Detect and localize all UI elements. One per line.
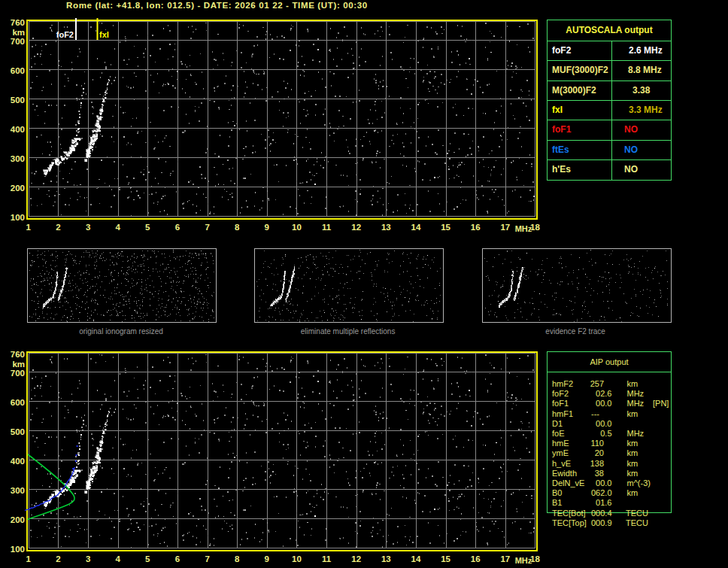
svg-text:13: 13 [381, 223, 391, 232]
svg-text:400: 400 [11, 125, 25, 134]
svg-text:600: 600 [11, 398, 25, 407]
svg-text:evidence F2 trace: evidence F2 trace [545, 327, 605, 336]
svg-text:8: 8 [235, 554, 240, 563]
svg-text:12: 12 [351, 554, 361, 563]
svg-text:original ionogram resized: original ionogram resized [79, 327, 163, 336]
svg-text:600: 600 [11, 66, 25, 75]
svg-text:11: 11 [322, 223, 332, 232]
svg-text:500: 500 [11, 96, 25, 105]
svg-text:200: 200 [11, 515, 25, 524]
svg-text:14: 14 [411, 554, 421, 563]
svg-text:12: 12 [351, 223, 361, 232]
svg-text:16: 16 [471, 223, 481, 232]
svg-text:10: 10 [292, 554, 302, 563]
svg-text:km: km [12, 28, 25, 37]
svg-text:100: 100 [11, 213, 25, 222]
svg-text:200: 200 [11, 184, 25, 193]
svg-text:7: 7 [205, 223, 209, 232]
svg-text:500: 500 [11, 427, 25, 436]
svg-text:9: 9 [265, 554, 269, 563]
svg-text:MHz: MHz [515, 224, 532, 233]
svg-text:17: 17 [500, 223, 510, 232]
svg-text:eliminate multiple reflections: eliminate multiple reflections [301, 327, 396, 336]
svg-text:8: 8 [235, 223, 240, 232]
svg-text:15: 15 [441, 554, 450, 563]
svg-text:5: 5 [145, 554, 150, 563]
svg-text:300: 300 [11, 486, 25, 495]
svg-text:760: 760 [11, 18, 25, 27]
svg-text:16: 16 [471, 554, 481, 563]
svg-text:400: 400 [11, 457, 25, 466]
svg-text:km: km [12, 360, 25, 369]
svg-text:foF2: foF2 [56, 30, 74, 39]
svg-text:Rome (lat: +41.8, lon: 012.5): Rome (lat: +41.8, lon: 012.5) - DATE: 20… [66, 1, 368, 10]
svg-text:3: 3 [86, 554, 90, 563]
svg-text:5: 5 [145, 223, 150, 232]
svg-text:14: 14 [411, 223, 421, 232]
svg-text:6: 6 [175, 554, 180, 563]
svg-text:11: 11 [322, 554, 332, 563]
svg-text:700: 700 [11, 37, 25, 46]
svg-text:6: 6 [175, 223, 180, 232]
svg-text:17: 17 [500, 554, 510, 563]
svg-text:2: 2 [56, 554, 60, 563]
svg-text:4: 4 [115, 223, 120, 232]
svg-text:1: 1 [26, 223, 32, 232]
svg-text:15: 15 [441, 223, 450, 232]
svg-text:10: 10 [292, 223, 302, 232]
svg-text:3: 3 [86, 223, 90, 232]
svg-text:1: 1 [26, 554, 32, 563]
svg-text:2: 2 [56, 223, 60, 232]
svg-text:7: 7 [205, 554, 209, 563]
svg-text:300: 300 [11, 154, 25, 163]
svg-text:fxI: fxI [99, 30, 109, 39]
svg-text:MHz: MHz [515, 556, 532, 565]
svg-text:700: 700 [11, 369, 25, 378]
svg-text:9: 9 [265, 223, 269, 232]
svg-text:760: 760 [11, 350, 25, 359]
svg-text:100: 100 [11, 545, 25, 554]
svg-text:13: 13 [381, 554, 391, 563]
svg-text:4: 4 [115, 554, 120, 563]
